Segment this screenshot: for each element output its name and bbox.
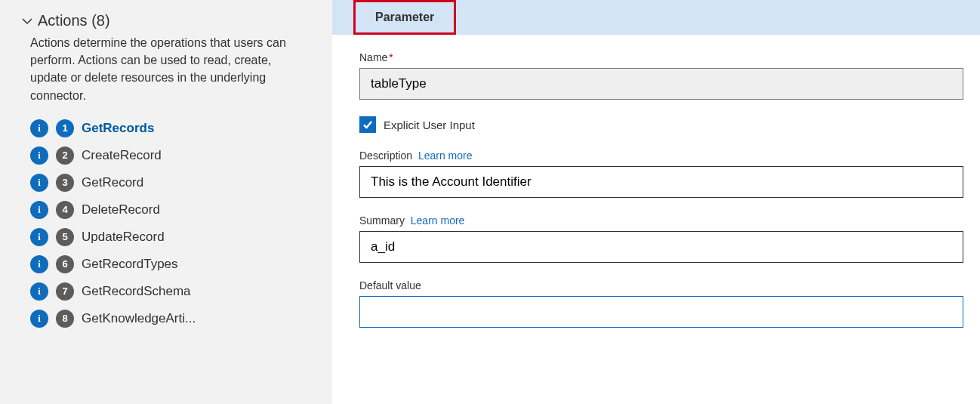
- default-value-field[interactable]: [359, 296, 963, 328]
- actions-sidebar: Actions (8) Actions determine the operat…: [0, 0, 332, 404]
- action-label: GetKnowledgeArti...: [82, 311, 196, 326]
- action-item[interactable]: i5UpdateRecord: [30, 224, 311, 251]
- action-label: DeleteRecord: [82, 202, 160, 217]
- actions-header[interactable]: Actions (8): [21, 12, 311, 29]
- action-label: GetRecordTypes: [82, 257, 178, 272]
- summary-field[interactable]: [359, 231, 963, 263]
- name-label: Name*: [359, 51, 963, 63]
- description-field[interactable]: [359, 166, 963, 198]
- tab-parameter[interactable]: Parameter: [353, 0, 456, 35]
- summary-learn-more-link[interactable]: Learn more: [411, 214, 465, 227]
- chevron-down-icon: [21, 15, 33, 27]
- action-number-badge: 3: [56, 174, 74, 192]
- tab-parameter-label: Parameter: [375, 11, 434, 24]
- action-item[interactable]: i3GetRecord: [30, 169, 311, 196]
- description-label: Description Learn more: [359, 150, 963, 162]
- info-icon: i: [30, 119, 48, 137]
- default-value-label: Default value: [359, 279, 963, 291]
- info-icon: i: [30, 255, 48, 273]
- action-item[interactable]: i4DeleteRecord: [30, 196, 311, 224]
- explicit-user-input-label: Explicit User Input: [384, 119, 475, 131]
- actions-title: Actions (8): [38, 12, 110, 29]
- action-item[interactable]: i8GetKnowledgeArti...: [30, 305, 311, 332]
- action-number-badge: 7: [56, 282, 74, 301]
- action-item[interactable]: i1GetRecords: [30, 115, 311, 142]
- checkbox-checked-icon: [359, 116, 376, 133]
- action-item[interactable]: i7GetRecordSchema: [30, 278, 311, 305]
- actions-list: i1GetRecordsi2CreateRecordi3GetRecordi4D…: [21, 115, 311, 332]
- required-asterisk: *: [389, 51, 393, 63]
- parameter-form: Name* Explicit User Input Description Le…: [332, 35, 980, 344]
- action-number-badge: 2: [56, 146, 74, 165]
- info-icon: i: [30, 201, 48, 219]
- actions-description: Actions determine the operations that us…: [30, 34, 302, 104]
- parameter-panel: Parameter Name* Explicit User Input Desc…: [332, 0, 980, 404]
- action-number-badge: 1: [56, 119, 74, 137]
- action-number-badge: 5: [56, 228, 74, 246]
- action-number-badge: 8: [56, 310, 74, 328]
- action-label: GetRecords: [82, 121, 154, 136]
- info-icon: i: [30, 174, 48, 192]
- info-icon: i: [30, 310, 48, 328]
- tab-bar: Parameter: [332, 0, 980, 35]
- description-learn-more-link[interactable]: Learn more: [418, 150, 473, 162]
- action-label: GetRecordSchema: [82, 284, 191, 299]
- action-number-badge: 4: [56, 201, 74, 219]
- action-label: CreateRecord: [82, 148, 162, 163]
- action-item[interactable]: i6GetRecordTypes: [30, 251, 311, 278]
- action-number-badge: 6: [56, 255, 74, 273]
- action-label: UpdateRecord: [82, 230, 165, 245]
- info-icon: i: [30, 146, 48, 165]
- info-icon: i: [30, 228, 48, 246]
- action-item[interactable]: i2CreateRecord: [30, 142, 311, 169]
- action-label: GetRecord: [82, 175, 143, 190]
- explicit-user-input-checkbox[interactable]: Explicit User Input: [359, 116, 963, 133]
- info-icon: i: [30, 282, 48, 301]
- name-field[interactable]: [359, 68, 963, 100]
- summary-label: Summary Learn more: [359, 214, 963, 227]
